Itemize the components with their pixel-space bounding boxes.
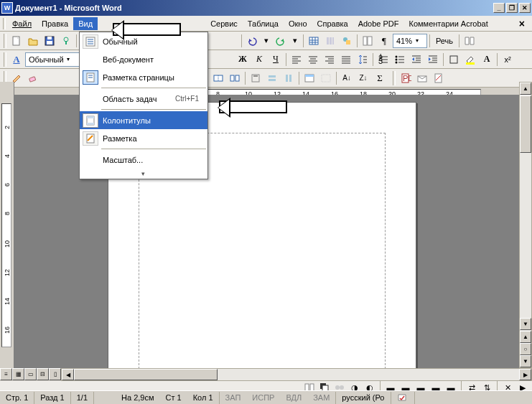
menu-file[interactable]: Файл bbox=[7, 17, 37, 30]
view-markup-item[interactable]: Разметка bbox=[80, 129, 207, 147]
numbering-button[interactable]: 123 bbox=[375, 52, 391, 67]
distribute-rows-button[interactable] bbox=[264, 70, 280, 86]
close-button[interactable]: ✕ bbox=[519, 3, 531, 13]
undo-button[interactable] bbox=[244, 33, 260, 49]
dec-indent-button[interactable] bbox=[409, 52, 424, 67]
align-left-button[interactable] bbox=[289, 52, 304, 67]
minimize-button[interactable]: _ bbox=[493, 3, 505, 13]
eraser-button[interactable] bbox=[25, 70, 41, 86]
view-web-item[interactable]: Веб-документ bbox=[80, 50, 207, 68]
outline-view-button[interactable]: ⊟ bbox=[37, 368, 49, 380]
scroll-up-button[interactable]: ▲ bbox=[520, 83, 531, 95]
pdf-email-button[interactable] bbox=[414, 70, 430, 86]
linespacing-button[interactable] bbox=[355, 52, 370, 67]
pdf-review-button[interactable] bbox=[431, 70, 447, 86]
status-page: Стр. 1 bbox=[0, 392, 34, 404]
read-button[interactable] bbox=[462, 33, 477, 49]
menu-adobe[interactable]: Adobe PDF bbox=[353, 17, 404, 30]
pdf-convert-button[interactable]: PDF bbox=[398, 70, 414, 86]
horizontal-scroll-row: ≡ ▦ ▭ ⊟ ▯ ◀ ▶ bbox=[0, 368, 532, 381]
table-button[interactable] bbox=[306, 33, 322, 49]
superscript-button[interactable]: x² bbox=[500, 52, 515, 67]
menu-service[interactable]: Сервис bbox=[205, 17, 243, 30]
status-bar: Стр. 1 Разд 1 1/1 На 2,9см Ст 1 Кол 1 ЗА… bbox=[0, 390, 532, 404]
inc-indent-button[interactable] bbox=[425, 52, 441, 67]
app-icon: W bbox=[1, 2, 13, 14]
vertical-scrollbar[interactable]: ▲ ▼ ▲ ○ ▼ bbox=[519, 82, 532, 368]
bold-button[interactable]: Ж bbox=[235, 52, 251, 67]
menu-window[interactable]: Окно bbox=[284, 17, 312, 30]
view-pagelayout-item[interactable]: Разметка страницы bbox=[80, 68, 207, 86]
view-taskpane-item[interactable]: Область задач Ctrl+F1 bbox=[80, 90, 207, 108]
drawing-button[interactable] bbox=[339, 33, 355, 49]
normal-view-button[interactable]: ≡ bbox=[0, 368, 12, 380]
page-layout-icon bbox=[83, 70, 98, 85]
speech-button[interactable]: Речь bbox=[432, 33, 457, 49]
sort-desc-button[interactable]: Z↓ bbox=[355, 70, 371, 86]
save-button[interactable] bbox=[42, 33, 57, 49]
new-doc-button[interactable] bbox=[9, 33, 24, 49]
next-page-button[interactable]: ▼ bbox=[520, 355, 531, 367]
scroll-down-button[interactable]: ▼ bbox=[520, 318, 531, 330]
fontcolor-button[interactable]: A bbox=[479, 52, 495, 67]
zoom-combo[interactable]: 41%▾ bbox=[393, 34, 427, 48]
menu-edit[interactable]: Правка bbox=[37, 17, 73, 30]
distribute-cols-button[interactable] bbox=[281, 70, 297, 86]
sort-asc-button[interactable]: A↓ bbox=[339, 70, 355, 86]
web-view-button[interactable]: ▦ bbox=[12, 368, 24, 380]
open-button[interactable] bbox=[25, 33, 41, 49]
menu-acrobat[interactable]: Комментарии Acrobat bbox=[404, 17, 493, 30]
status-lang[interactable]: русский (Ро bbox=[336, 392, 391, 404]
underline-button[interactable]: Ч bbox=[268, 52, 284, 67]
print-view-button[interactable]: ▭ bbox=[24, 368, 37, 380]
svg-point-48 bbox=[396, 61, 398, 63]
undo-dropdown[interactable]: ▾ bbox=[261, 33, 272, 49]
browse-object-button[interactable]: ○ bbox=[520, 343, 531, 355]
status-ext[interactable]: ВДЛ bbox=[280, 392, 307, 404]
border-button[interactable] bbox=[446, 52, 462, 67]
merge-cells-button[interactable] bbox=[210, 70, 226, 86]
justify-button[interactable] bbox=[338, 52, 354, 67]
doc-close-button[interactable]: × bbox=[515, 18, 529, 29]
styles-pane-button[interactable]: A bbox=[9, 52, 24, 67]
split-cells-button[interactable] bbox=[227, 70, 243, 86]
status-fix[interactable]: ИСПР bbox=[246, 392, 280, 404]
align-center-button[interactable] bbox=[305, 52, 321, 67]
highlight-button[interactable] bbox=[462, 52, 478, 67]
autosum-button[interactable]: Σ bbox=[372, 70, 388, 86]
prev-page-button[interactable]: ▲ bbox=[520, 331, 531, 343]
hscroll-thumb[interactable] bbox=[74, 369, 218, 380]
view-zoom-item[interactable]: Масштаб... bbox=[80, 151, 207, 169]
menu-table[interactable]: Таблица bbox=[243, 17, 284, 30]
menu-help[interactable]: Справка bbox=[312, 17, 353, 30]
italic-button[interactable]: К bbox=[251, 52, 267, 67]
redo-button[interactable] bbox=[273, 33, 289, 49]
status-rec[interactable]: ЗАП bbox=[220, 392, 247, 404]
status-ovr[interactable]: ЗАМ bbox=[307, 392, 336, 404]
scroll-right-button[interactable]: ▶ bbox=[519, 369, 531, 380]
svg-rect-9 bbox=[309, 37, 318, 44]
columns-button[interactable] bbox=[322, 33, 338, 49]
expand-menu-button[interactable]: ▾ bbox=[80, 169, 207, 179]
permission-button[interactable] bbox=[58, 33, 74, 49]
hide-grid-button[interactable] bbox=[318, 70, 334, 86]
paragraph-button[interactable]: ¶ bbox=[376, 33, 392, 49]
align-right-button[interactable] bbox=[322, 52, 337, 67]
align-top-button[interactable] bbox=[248, 70, 263, 86]
bullets-button[interactable] bbox=[392, 52, 408, 67]
horizontal-scrollbar[interactable]: ◀ ▶ bbox=[61, 368, 532, 381]
view-headers-item[interactable]: Колонтитулы bbox=[80, 111, 207, 129]
scroll-thumb[interactable] bbox=[520, 95, 531, 153]
docmap-button[interactable] bbox=[360, 33, 375, 49]
status-spellcheck[interactable] bbox=[391, 392, 415, 404]
autoformat-button[interactable] bbox=[302, 70, 317, 86]
restore-button[interactable]: ❐ bbox=[506, 3, 518, 13]
vertical-ruler[interactable]: 2 4 6 8 10 12 14 16 bbox=[0, 82, 14, 368]
menu-view[interactable]: Вид bbox=[73, 17, 98, 30]
scroll-left-button[interactable]: ◀ bbox=[62, 369, 74, 380]
redo-dropdown[interactable]: ▾ bbox=[289, 33, 301, 49]
svg-rect-19 bbox=[363, 37, 367, 45]
svg-rect-18 bbox=[346, 40, 350, 44]
svg-rect-61 bbox=[466, 62, 475, 65]
reading-view-button[interactable]: ▯ bbox=[49, 368, 61, 380]
